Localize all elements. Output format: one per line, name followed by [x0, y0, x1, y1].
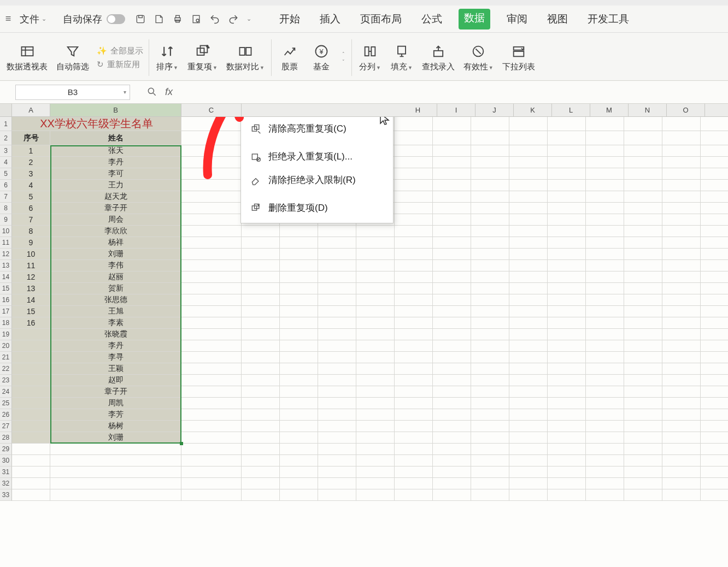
- cell-blank[interactable]: [471, 214, 509, 226]
- cell-seq[interactable]: [12, 363, 50, 375]
- cell-seq[interactable]: 7: [12, 214, 50, 226]
- cell-blank[interactable]: [662, 283, 701, 294]
- cell-blank[interactable]: [471, 466, 509, 478]
- cell-blank[interactable]: [433, 317, 471, 329]
- cell-blank[interactable]: [242, 489, 280, 501]
- cell-blank[interactable]: [586, 180, 624, 191]
- cell-blank[interactable]: [181, 260, 242, 271]
- col-header-N[interactable]: N: [629, 104, 667, 116]
- cell-blank[interactable]: [181, 131, 242, 145]
- cell-blank[interactable]: [433, 306, 471, 317]
- cell-blank[interactable]: [318, 455, 356, 466]
- cell-blank[interactable]: [624, 409, 662, 421]
- cell-blank[interactable]: [356, 386, 395, 398]
- cell-blank[interactable]: [181, 226, 242, 237]
- cell-blank[interactable]: [181, 466, 242, 478]
- cell-blank[interactable]: [181, 489, 242, 501]
- cell-blank[interactable]: [509, 340, 548, 352]
- row-header[interactable]: 18: [0, 317, 12, 329]
- cell-seq[interactable]: 3: [12, 168, 50, 180]
- row-header[interactable]: 25: [0, 398, 12, 409]
- cell-blank[interactable]: [356, 226, 395, 237]
- cell-blank[interactable]: [548, 409, 586, 421]
- cell-blank[interactable]: [433, 432, 471, 444]
- cell-blank[interactable]: [356, 398, 395, 409]
- cell-blank[interactable]: [318, 260, 356, 271]
- cell-blank[interactable]: [701, 444, 728, 455]
- cell-blank[interactable]: [701, 478, 728, 489]
- cell-blank[interactable]: [242, 409, 280, 421]
- tab-review[interactable]: 审阅: [503, 9, 531, 29]
- cell-blank[interactable]: [280, 444, 318, 455]
- cell-blank[interactable]: [548, 340, 586, 352]
- cell-blank[interactable]: [701, 271, 728, 283]
- cell-blank[interactable]: [586, 117, 624, 131]
- cell-name[interactable]: 赵天龙: [50, 191, 181, 203]
- cell-blank[interactable]: [433, 398, 471, 409]
- cell-blank[interactable]: [356, 283, 395, 294]
- cell-blank[interactable]: [242, 306, 280, 317]
- cell-blank[interactable]: [181, 340, 242, 352]
- cell-seq[interactable]: [12, 329, 50, 340]
- cell-blank[interactable]: [548, 180, 586, 191]
- cell-blank[interactable]: [280, 352, 318, 363]
- tab-insert[interactable]: 插入: [316, 9, 344, 29]
- cell-blank[interactable]: [662, 466, 701, 478]
- cell-blank[interactable]: [662, 226, 701, 237]
- cell-name[interactable]: 赵丽: [50, 271, 181, 283]
- cell-blank[interactable]: [548, 249, 586, 260]
- cell-blank[interactable]: [662, 168, 701, 180]
- row-header[interactable]: 31: [0, 466, 12, 478]
- cell-blank[interactable]: [662, 145, 701, 157]
- cell-blank[interactable]: [433, 180, 471, 191]
- tab-formula[interactable]: 公式: [418, 9, 445, 29]
- row-header[interactable]: 3: [0, 145, 12, 157]
- cell-blank[interactable]: [433, 489, 471, 501]
- cell-blank[interactable]: [318, 375, 356, 386]
- cell-blank[interactable]: [509, 117, 548, 131]
- cell-blank[interactable]: [318, 466, 356, 478]
- cell-blank[interactable]: [586, 375, 624, 386]
- cell-blank[interactable]: [662, 214, 701, 226]
- cell-blank[interactable]: [701, 226, 728, 237]
- cell-blank[interactable]: [242, 478, 280, 489]
- row-header[interactable]: 30: [0, 455, 12, 466]
- menu-remove-duplicates[interactable]: 删除重复项(D): [241, 196, 393, 220]
- cell-blank[interactable]: [548, 466, 586, 478]
- cell-blank[interactable]: [471, 363, 509, 375]
- row-header[interactable]: 8: [0, 203, 12, 214]
- cell-seq[interactable]: [12, 340, 50, 352]
- cell-blank[interactable]: [548, 203, 586, 214]
- cell-blank[interactable]: [395, 386, 433, 398]
- cell-blank[interactable]: [471, 489, 509, 501]
- cell-blank[interactable]: [471, 168, 509, 180]
- cell-blank[interactable]: [662, 421, 701, 432]
- cell-blank[interactable]: [433, 203, 471, 214]
- row-header[interactable]: 16: [0, 294, 12, 306]
- cell-blank[interactable]: [280, 386, 318, 398]
- cell-blank[interactable]: [471, 191, 509, 203]
- cell-blank[interactable]: [586, 444, 624, 455]
- cell-blank[interactable]: [586, 329, 624, 340]
- cell-blank[interactable]: [701, 455, 728, 466]
- cell-blank[interactable]: [662, 306, 701, 317]
- cell-blank[interactable]: [586, 226, 624, 237]
- cell-blank[interactable]: [548, 421, 586, 432]
- cell-name[interactable]: 章子开: [50, 203, 181, 214]
- cell-blank[interactable]: [395, 317, 433, 329]
- auto-filter-button[interactable]: 自动筛选: [52, 35, 93, 80]
- cell-blank[interactable]: [395, 117, 433, 131]
- cell-blank[interactable]: [433, 455, 471, 466]
- col-header-L[interactable]: L: [552, 104, 590, 116]
- cell-blank[interactable]: [624, 271, 662, 283]
- cell-blank[interactable]: [318, 283, 356, 294]
- row-header[interactable]: 23: [0, 375, 12, 386]
- cell-blank[interactable]: [624, 294, 662, 306]
- cell-blank[interactable]: [509, 455, 548, 466]
- spreadsheet-grid[interactable]: 1 XX学校六年级学生名单 2 序号 姓名 3 1 张天 4 2 李丹 5 3 …: [0, 117, 728, 567]
- cell-blank[interactable]: [356, 306, 395, 317]
- cell-blank[interactable]: [471, 398, 509, 409]
- cell-blank[interactable]: [624, 180, 662, 191]
- cell-blank[interactable]: [662, 489, 701, 501]
- cell-blank[interactable]: [509, 260, 548, 271]
